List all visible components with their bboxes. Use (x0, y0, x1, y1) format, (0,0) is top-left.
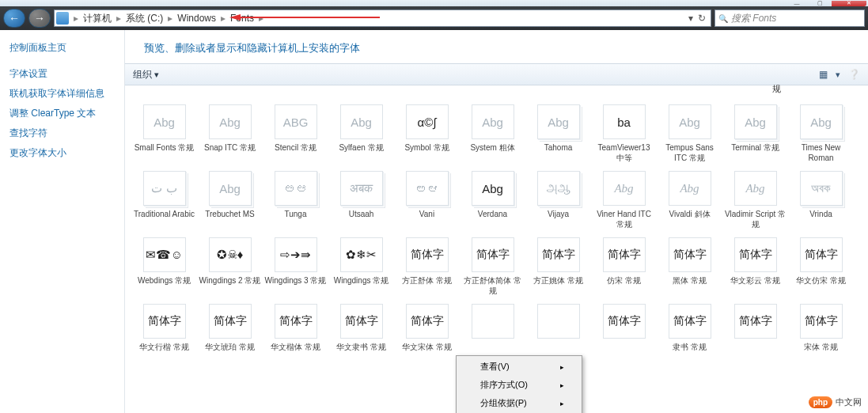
font-tile[interactable]: 简体字黑体 常规 (657, 237, 722, 296)
breadcrumb-fonts[interactable]: Fonts (227, 13, 257, 24)
font-tile[interactable]: AbgTahoma (525, 104, 591, 163)
context-menu: 查看(V)▸ 排序方式(O)▸ 分组依据(P)▸ 刷新(E) (456, 355, 582, 413)
address-bar[interactable]: ▸ 计算机 ▸ 系统 (C:) ▸ Windows ▸ Fonts ▸ ▾ ↻ (54, 9, 711, 27)
font-preview-icon: Abg (143, 104, 186, 139)
font-tile[interactable]: 简体字华文隶书 常规 (328, 304, 394, 352)
font-preview-icon: 简体字 (669, 237, 711, 272)
font-tile[interactable]: 简体字方正舒体 常规 (394, 237, 460, 296)
font-name-label: Vani (419, 209, 434, 219)
font-tile[interactable]: 简体字宋体 常规 (788, 304, 854, 352)
sidebar-link-font-settings[interactable]: 字体设置 (9, 64, 115, 84)
font-tile[interactable]: 简体字方正舒体简体 常规 (460, 237, 525, 296)
sidebar-link-find-char[interactable]: 查找字符 (9, 123, 115, 143)
font-tile[interactable]: அஆVijaya (525, 171, 591, 229)
font-tile[interactable]: AbgVivaldi 斜体 (657, 171, 722, 229)
font-preview-icon: 简体字 (734, 304, 777, 339)
font-name-label: Trebuchet MS (205, 209, 254, 219)
organize-button[interactable]: 组织 ▾ (133, 68, 159, 81)
font-preview-icon: 简体字 (340, 304, 383, 339)
sidebar: 控制面板主页 字体设置 联机获取字体详细信息 调整 ClearType 文本 查… (0, 30, 125, 413)
font-name-label: 华文楷体 常规 (271, 342, 320, 352)
font-name-label: Viner Hand ITC 常规 (593, 209, 655, 229)
context-menu-sort[interactable]: 排序方式(O)▸ (458, 376, 580, 394)
font-preview-icon: ✿❄✂ (340, 237, 383, 272)
submenu-arrow-icon: ▸ (560, 363, 564, 371)
font-tile[interactable]: AbgSylfaen 常规 (328, 104, 394, 163)
toolbar: 组织 ▾ ▦ ▾ ❔ (125, 63, 868, 85)
font-preview-icon: 简体字 (800, 237, 843, 272)
font-tile[interactable]: α©∫Symbol 常规 (394, 104, 460, 163)
font-name-label: System 粗体 (470, 142, 514, 153)
minimize-button[interactable]: — (786, 1, 808, 6)
close-button[interactable]: ✕ (832, 1, 866, 6)
submenu-arrow-icon: ▸ (560, 381, 564, 389)
chevron-down-icon[interactable]: ▾ (836, 70, 840, 80)
font-tile[interactable]: 简体字 (591, 304, 657, 352)
font-name-label: Times New Roman (790, 142, 852, 163)
help-icon[interactable]: ❔ (848, 69, 860, 80)
font-tile[interactable]: AbgTerminal 常规 (722, 104, 788, 163)
maximize-button[interactable]: ▢ (809, 1, 831, 6)
font-name-label: 隶书 常规 (673, 342, 707, 352)
font-tile[interactable]: 简体字方正姚体 常规 (525, 237, 591, 296)
font-tile[interactable]: 简体字华文仿宋 常规 (788, 237, 854, 296)
breadcrumb-computer[interactable]: 计算机 (80, 12, 115, 25)
view-button[interactable]: ▦ (819, 69, 828, 80)
search-placeholder: 搜索 Fonts (731, 12, 776, 25)
font-tile[interactable]: AbgVladimir Script 常规 (722, 171, 788, 229)
font-tile[interactable]: అఆVani (394, 171, 460, 229)
font-tile[interactable]: 简体字华文彩云 常规 (722, 237, 788, 296)
font-tile[interactable]: AbgTrebuchet MS (197, 171, 263, 229)
address-dropdown-icon[interactable]: ▾ (688, 13, 693, 24)
preview-glyph: 规 (772, 83, 781, 95)
sidebar-link-cleartype[interactable]: 调整 ClearType 文本 (9, 104, 115, 123)
context-menu-group[interactable]: 分组依据(P)▸ (458, 394, 580, 412)
font-name-label: Sylfaen 常规 (339, 142, 383, 153)
font-tile[interactable]: ✉☎☺Webdings 常规 (131, 237, 197, 296)
font-tile[interactable]: 简体字华文楷体 常规 (263, 304, 328, 352)
back-button[interactable]: ← (3, 9, 25, 28)
font-tile[interactable]: 简体字华文行楷 常规 (131, 304, 197, 352)
font-tile[interactable]: অবকVrinda (788, 171, 854, 229)
font-tile[interactable]: 简体字华文琥珀 常规 (197, 304, 263, 352)
font-tile[interactable]: baTeamViewer13 中等 (591, 104, 657, 163)
font-preview-icon: Abg (669, 104, 711, 139)
sidebar-link-online-fonts[interactable]: 联机获取字体详细信息 (9, 84, 115, 104)
font-name-label: Tahoma (544, 142, 573, 153)
font-tile[interactable]: AbgViner Hand ITC 常规 (591, 171, 657, 229)
font-tile[interactable] (460, 304, 525, 352)
refresh-icon[interactable]: ↻ (698, 13, 706, 24)
font-name-label: 华文隶书 常规 (336, 342, 386, 352)
font-tile[interactable]: ✪☠♦Wingdings 2 常规 (197, 237, 263, 296)
font-tile[interactable]: अबकUtsaah (328, 171, 394, 229)
search-input[interactable]: 搜索 Fonts (714, 9, 865, 27)
font-tile[interactable]: 简体字隶书 常规 (657, 304, 722, 352)
font-tile[interactable]: ✿❄✂Wingdings 常规 (328, 237, 394, 296)
context-menu-view[interactable]: 查看(V)▸ (458, 358, 580, 376)
nav-bar: ← → ▸ 计算机 ▸ 系统 (C:) ▸ Windows ▸ Fonts ▸ … (0, 6, 868, 30)
font-tile[interactable]: ಅಆTunga (263, 171, 328, 229)
font-tile[interactable]: AbgSnap ITC 常规 (197, 104, 263, 163)
sidebar-link-font-size[interactable]: 更改字体大小 (9, 143, 115, 163)
font-tile[interactable]: AbgSystem 粗体 (460, 104, 525, 163)
font-tile[interactable]: ب تTraditional Arabic (131, 171, 197, 229)
breadcrumb-drive[interactable]: 系统 (C:) (123, 12, 166, 25)
font-tile[interactable]: ABGStencil 常规 (263, 104, 328, 163)
font-name-label: Vrinda (809, 209, 832, 219)
font-preview-icon: ABG (275, 104, 317, 139)
font-tile[interactable]: ⇨➔⇛Wingdings 3 常规 (263, 237, 328, 296)
font-tile[interactable]: 简体字华文宋体 常规 (394, 304, 460, 352)
font-preview-icon: ✪☠♦ (209, 237, 252, 272)
forward-button[interactable]: → (28, 9, 51, 28)
font-tile[interactable]: AbgVerdana (460, 171, 525, 229)
font-preview-icon: 简体字 (406, 237, 449, 272)
font-tile[interactable]: AbgSmall Fonts 常规 (131, 104, 197, 163)
font-tile[interactable]: 简体字 (722, 304, 788, 352)
breadcrumb-windows[interactable]: Windows (174, 13, 219, 24)
font-tile[interactable] (525, 304, 591, 352)
font-tile[interactable]: 简体字仿宋 常规 (591, 237, 657, 296)
font-preview-icon: ⇨➔⇛ (275, 237, 317, 272)
font-tile[interactable]: AbgTempus Sans ITC 常规 (657, 104, 722, 163)
font-preview-icon: Abg (340, 104, 383, 139)
font-tile[interactable]: AbgTimes New Roman (788, 104, 854, 163)
